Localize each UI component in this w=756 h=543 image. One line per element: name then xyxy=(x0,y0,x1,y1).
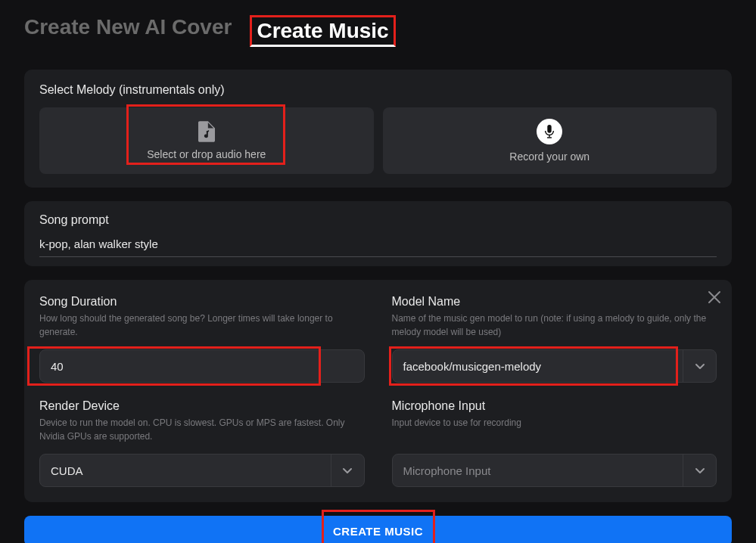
melody-card: Select Melody (instrumentals only) Selec… xyxy=(24,70,732,188)
duration-field: Song Duration How long should the genera… xyxy=(39,295,365,383)
model-field: Model Name Name of the music gen model t… xyxy=(392,295,717,383)
upload-label: Select or drop audio here xyxy=(147,148,266,160)
device-field: Render Device Device to run the model on… xyxy=(39,399,365,487)
tab-create-music[interactable]: Create Music xyxy=(250,15,395,47)
mic-field: Microphone Input Input device to use for… xyxy=(392,399,717,487)
close-icon[interactable] xyxy=(708,290,721,304)
duration-help: How long should the generated song be? L… xyxy=(39,312,365,339)
file-audio-icon xyxy=(198,121,215,142)
upload-audio-box[interactable]: Select or drop audio here xyxy=(39,107,374,174)
prompt-card: Song prompt xyxy=(24,201,732,266)
mic-help: Input device to use for recording xyxy=(392,416,717,443)
create-music-button[interactable]: CREATE MUSIC xyxy=(24,516,732,543)
record-audio-box[interactable]: Record your own xyxy=(383,107,717,174)
svg-rect-2 xyxy=(549,135,550,138)
device-help: Device to run the model on. CPU is slowe… xyxy=(39,416,365,443)
mic-label: Microphone Input xyxy=(392,399,717,413)
device-label: Render Device xyxy=(39,399,365,413)
model-value: facebook/musicgen-melody xyxy=(403,360,683,373)
device-select[interactable]: CUDA xyxy=(39,454,365,487)
mic-icon xyxy=(544,125,555,138)
tab-ai-cover[interactable]: Create New AI Cover xyxy=(24,15,232,47)
model-help: Name of the music gen model to run (note… xyxy=(392,312,717,339)
svg-rect-1 xyxy=(548,125,552,133)
settings-card: Song Duration How long should the genera… xyxy=(24,280,732,502)
chevron-down-icon xyxy=(331,455,364,486)
record-label: Record your own xyxy=(509,150,590,163)
device-value: CUDA xyxy=(51,464,331,477)
prompt-input[interactable] xyxy=(39,234,717,257)
mic-placeholder: Microphone Input xyxy=(403,464,683,477)
mic-icon-circle xyxy=(537,119,562,144)
duration-input[interactable] xyxy=(39,349,365,383)
melody-title: Select Melody (instrumentals only) xyxy=(39,83,717,97)
model-select[interactable]: facebook/musicgen-melody xyxy=(392,349,717,383)
model-label: Model Name xyxy=(392,295,717,309)
main-tabs: Create New AI Cover Create Music xyxy=(24,15,732,47)
mic-select[interactable]: Microphone Input xyxy=(392,454,717,487)
chevron-down-icon xyxy=(683,350,716,382)
chevron-down-icon xyxy=(683,455,716,486)
svg-rect-3 xyxy=(547,137,552,138)
prompt-label: Song prompt xyxy=(39,213,717,227)
duration-label: Song Duration xyxy=(39,295,365,309)
